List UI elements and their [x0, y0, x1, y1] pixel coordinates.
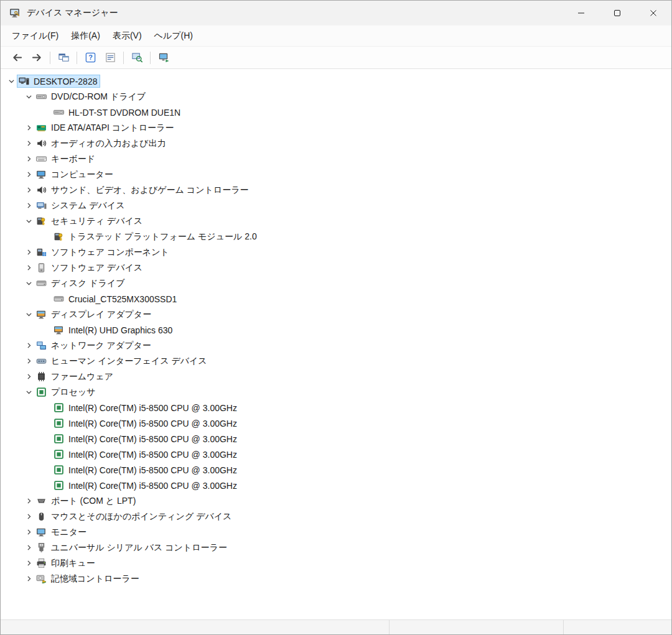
tree-item[interactable]: プロセッサ [1, 384, 671, 400]
tree-item[interactable]: ディスプレイ アダプター [1, 307, 671, 322]
tree-item-label: Intel(R) Core(TM) i5-8500 CPU @ 3.00GHz [68, 434, 237, 444]
close-button[interactable] [635, 1, 671, 25]
tree-item[interactable]: キーボード [1, 151, 671, 167]
tree-item[interactable]: サウンド、ビデオ、およびゲーム コントローラー [1, 182, 671, 198]
tree-item[interactable]: ソフトウェア コンポーネント [1, 244, 671, 260]
tree-item-label: システム デバイス [51, 200, 125, 211]
tree-item[interactable]: ユニバーサル シリアル バス コントローラー [1, 540, 671, 555]
disk-icon [36, 278, 47, 289]
tree-item-content: ネットワーク アダプター [34, 339, 154, 353]
maximize-button[interactable] [599, 1, 635, 25]
chevron-right-icon[interactable] [23, 154, 34, 164]
tree-item[interactable]: 印刷キュー [1, 555, 671, 571]
chevron-right-icon[interactable] [23, 123, 34, 133]
chevron-right-icon[interactable] [23, 356, 34, 366]
status-pane [1, 620, 390, 634]
tree-item[interactable]: ディスク ドライブ [1, 276, 671, 291]
tree-item[interactable]: ヒューマン インターフェイス デバイス [1, 353, 671, 369]
menu-help[interactable]: ヘルプ(H) [148, 27, 199, 45]
tree-item-content: Intel(R) Core(TM) i5-8500 CPU @ 3.00GHz [52, 432, 240, 445]
tree-item[interactable]: HL-DT-ST DVDROM DUE1N [1, 104, 671, 120]
hid-icon [36, 356, 47, 366]
tree-item[interactable]: ファームウェア [1, 369, 671, 384]
chevron-right-icon[interactable] [23, 263, 34, 273]
tree-item-content: サウンド、ビデオ、およびゲーム コントローラー [34, 183, 251, 197]
forward-button[interactable] [28, 49, 45, 67]
help-button[interactable]: ? [82, 49, 99, 67]
toolbar-separator [77, 52, 77, 64]
tree-item-label: マウスとそのほかのポインティング デバイス [51, 511, 231, 522]
tree-item-label: IDE ATA/ATAPI コントローラー [51, 123, 174, 134]
twisty-spacer [40, 481, 52, 491]
tree-item[interactable]: セキュリティ デバイス [1, 213, 671, 229]
tree-item[interactable]: Intel(R) Core(TM) i5-8500 CPU @ 3.00GHz [1, 462, 671, 478]
chevron-right-icon[interactable] [23, 170, 34, 180]
chevron-right-icon[interactable] [23, 496, 34, 506]
chevron-down-icon[interactable] [23, 92, 34, 102]
tree-item-content: ポート (COM と LPT) [34, 494, 139, 508]
chevron-right-icon[interactable] [23, 248, 34, 257]
status-pane [390, 620, 564, 634]
tree-item-content: ヒューマン インターフェイス デバイス [34, 355, 210, 368]
update-driver-button[interactable] [155, 49, 172, 67]
tree-item[interactable]: システム デバイス [1, 198, 671, 213]
chevron-right-icon[interactable] [23, 201, 34, 211]
chevron-right-icon[interactable] [23, 372, 34, 382]
chevron-right-icon[interactable] [23, 185, 34, 195]
chevron-right-icon[interactable] [23, 559, 34, 568]
tree-item[interactable]: コンピューター [1, 167, 671, 182]
tree-item[interactable]: IDE ATA/ATAPI コントローラー [1, 120, 671, 136]
chevron-down-icon[interactable] [23, 387, 34, 397]
svg-text:?: ? [88, 53, 93, 61]
chevron-down-icon[interactable] [23, 216, 34, 226]
tree-item[interactable]: オーディオの入力および出力 [1, 136, 671, 151]
tree-item[interactable]: Intel(R) Core(TM) i5-8500 CPU @ 3.00GHz [1, 431, 671, 447]
tree-item-label: キーボード [51, 154, 95, 165]
tree-item[interactable]: モニター [1, 524, 671, 540]
tree-item[interactable]: Intel(R) Core(TM) i5-8500 CPU @ 3.00GHz [1, 447, 671, 462]
tree-item-content: DVD/CD-ROM ドライブ [34, 90, 149, 104]
tree-item-label: Intel(R) Core(TM) i5-8500 CPU @ 3.00GHz [68, 481, 237, 491]
chevron-right-icon[interactable] [23, 512, 34, 522]
chevron-down-icon[interactable] [23, 310, 34, 320]
menu-action[interactable]: 操作(A) [65, 27, 106, 45]
tree-item[interactable]: 記憶域コントローラー [1, 571, 671, 586]
tree-item-content: ファームウェア [34, 370, 116, 384]
tree-item[interactable]: Intel(R) Core(TM) i5-8500 CPU @ 3.00GHz [1, 478, 671, 493]
chevron-right-icon[interactable] [23, 574, 34, 584]
system-icon [36, 200, 47, 211]
back-button[interactable] [8, 49, 26, 67]
tree-item[interactable]: ソフトウェア デバイス [1, 260, 671, 276]
tree-item[interactable]: DESKTOP-2828 [1, 73, 671, 89]
chevron-down-icon[interactable] [23, 279, 34, 289]
tree-item[interactable]: ネットワーク アダプター [1, 338, 671, 353]
tree-item[interactable]: DVD/CD-ROM ドライブ [1, 89, 671, 104]
menu-file[interactable]: ファイル(F) [6, 27, 65, 45]
tree-item[interactable]: トラステッド プラットフォーム モジュール 2.0 [1, 229, 671, 244]
tree-item-content: 記憶域コントローラー [34, 572, 142, 586]
tree-item[interactable]: Intel(R) UHD Graphics 630 [1, 322, 671, 338]
properties-button[interactable] [101, 49, 119, 67]
menu-view[interactable]: 表示(V) [106, 27, 148, 45]
chevron-right-icon[interactable] [23, 543, 34, 553]
tree-item[interactable]: Intel(R) Core(TM) i5-8500 CPU @ 3.00GHz [1, 415, 671, 431]
tree-item-content: 印刷キュー [34, 557, 98, 570]
tree-item-content: IDE ATA/ATAPI コントローラー [34, 121, 177, 135]
tree-item[interactable]: Intel(R) Core(TM) i5-8500 CPU @ 3.00GHz [1, 400, 671, 415]
chevron-down-icon[interactable] [6, 76, 17, 86]
twisty-spacer [40, 465, 52, 475]
chevron-right-icon[interactable] [23, 341, 34, 351]
minimize-button[interactable] [563, 1, 599, 25]
scan-hardware-changes-button[interactable] [128, 49, 146, 67]
firmware-icon [36, 371, 47, 382]
show-console-tree-button[interactable] [55, 49, 72, 67]
tree-item[interactable]: Crucial_CT525MX300SSD1 [1, 291, 671, 307]
tree-item-content: Intel(R) UHD Graphics 630 [52, 323, 175, 336]
chevron-right-icon[interactable] [23, 139, 34, 149]
chevron-right-icon[interactable] [23, 527, 34, 537]
processor-icon [54, 418, 65, 429]
tree-item[interactable]: マウスとそのほかのポインティング デバイス [1, 509, 671, 524]
ide-icon [36, 123, 47, 133]
tree-item-content: Intel(R) Core(TM) i5-8500 CPU @ 3.00GHz [52, 448, 240, 461]
tree-item[interactable]: ポート (COM と LPT) [1, 493, 671, 509]
